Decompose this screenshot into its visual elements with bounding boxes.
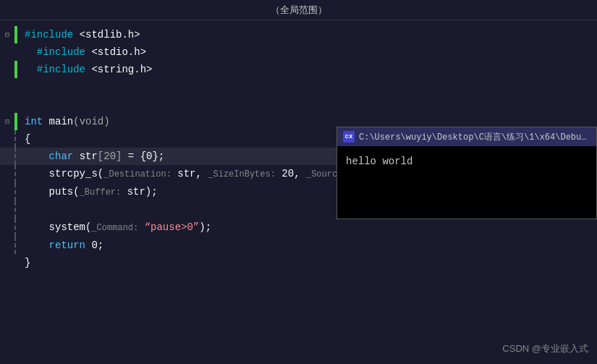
editor-container: （全局范围） ⊟#include <stdlib.h> #include <st… (0, 0, 597, 364)
code-line: #include <stdio.h> (0, 43, 597, 61)
token: ( (98, 168, 103, 179)
line-gutter (14, 78, 17, 96)
token: , (195, 168, 208, 179)
token: #include (25, 64, 91, 75)
token: ( (73, 186, 79, 198)
token: #include (25, 46, 91, 58)
line-marker (0, 61, 14, 78)
collapse-icon[interactable]: ⊟ (5, 117, 9, 126)
code-line: system(_Command: “pause>0”); (0, 219, 597, 237)
terminal-title: C:\Users\wuyiy\Desktop\C语言\练习\1\x64\Debu… (359, 131, 590, 143)
token: _Command: (91, 223, 138, 233)
line-gutter (14, 219, 17, 237)
line-marker (0, 254, 14, 271)
token: _Destination: (103, 169, 172, 179)
line-gutter (14, 148, 17, 165)
token: { (25, 133, 30, 145)
line-gutter (14, 113, 17, 130)
token: ); (145, 186, 158, 198)
token: <stdio.h> (91, 46, 146, 58)
line-marker (0, 148, 14, 165)
line-content (19, 78, 597, 96)
line-gutter (14, 254, 17, 271)
token: (void) (73, 116, 109, 127)
line-gutter (14, 165, 17, 183)
token: system (25, 221, 85, 233)
line-marker (0, 78, 14, 96)
line-marker (0, 237, 14, 254)
code-line: #include <string.h> (0, 61, 597, 78)
token: str (121, 186, 145, 198)
line-marker (0, 165, 14, 183)
terminal-popup: cx C:\Users\wuyiy\Desktop\C语言\练习\1\x64\D… (336, 127, 597, 219)
top-bar: （全局范围） (0, 0, 597, 20)
token: ); (199, 221, 211, 233)
token: 0; (91, 240, 103, 251)
token: return (25, 240, 91, 251)
code-line: } (0, 254, 597, 271)
line-marker (0, 96, 14, 113)
line-content: } (19, 254, 597, 271)
token: <stdlib.h> (80, 29, 140, 41)
terminal-icon: cx (343, 131, 355, 143)
token: [20] (98, 151, 122, 162)
line-marker: ⊟ (0, 113, 14, 130)
token: } (25, 257, 30, 268)
line-content: #include <stdio.h> (19, 43, 597, 61)
line-content: #include <string.h> (19, 61, 597, 78)
line-marker (0, 201, 14, 219)
token: char (25, 151, 80, 162)
scope-label: （全局范围） (271, 4, 327, 17)
line-marker: ⊟ (0, 26, 14, 43)
line-content: return 0; (19, 237, 597, 254)
line-marker (0, 219, 14, 237)
token: “pause>0” (138, 221, 199, 233)
line-gutter (14, 183, 17, 201)
code-line: return 0; (0, 237, 597, 254)
line-marker (0, 130, 14, 148)
terminal-body: hello world (337, 146, 596, 219)
line-gutter (14, 96, 17, 113)
line-gutter (14, 43, 17, 61)
token: str (80, 151, 98, 162)
token: <string.h> (91, 64, 152, 75)
line-content: system(_Command: “pause>0”); (19, 219, 597, 237)
code-line (0, 96, 597, 113)
token: = {0}; (122, 151, 164, 162)
token: _Buffer: (80, 187, 122, 198)
token: #include (25, 29, 80, 41)
line-gutter (14, 130, 17, 148)
line-gutter (14, 237, 17, 254)
token: , (294, 168, 306, 179)
code-line: ⊟#include <stdlib.h> (0, 26, 597, 43)
terminal-output: hello world (346, 153, 588, 169)
line-content: #include <stdlib.h> (19, 26, 597, 43)
token: strcpy_s (25, 168, 98, 179)
code-line (0, 78, 597, 96)
token: _SizeInBytes: (208, 169, 276, 179)
line-gutter (14, 26, 17, 43)
token: 20 (276, 168, 294, 179)
token: int (25, 116, 43, 127)
line-marker (0, 43, 14, 61)
line-content (19, 96, 597, 113)
line-marker (0, 183, 14, 201)
csdn-watermark: CSDN @专业嵌入式 (502, 342, 588, 355)
token: main (43, 116, 73, 127)
collapse-icon[interactable]: ⊟ (5, 30, 9, 39)
line-gutter (14, 201, 17, 219)
token: str (172, 168, 196, 179)
token: puts (25, 186, 73, 198)
terminal-icon-label: cx (345, 133, 353, 140)
line-gutter (14, 61, 17, 78)
terminal-titlebar: cx C:\Users\wuyiy\Desktop\C语言\练习\1\x64\D… (337, 127, 596, 146)
